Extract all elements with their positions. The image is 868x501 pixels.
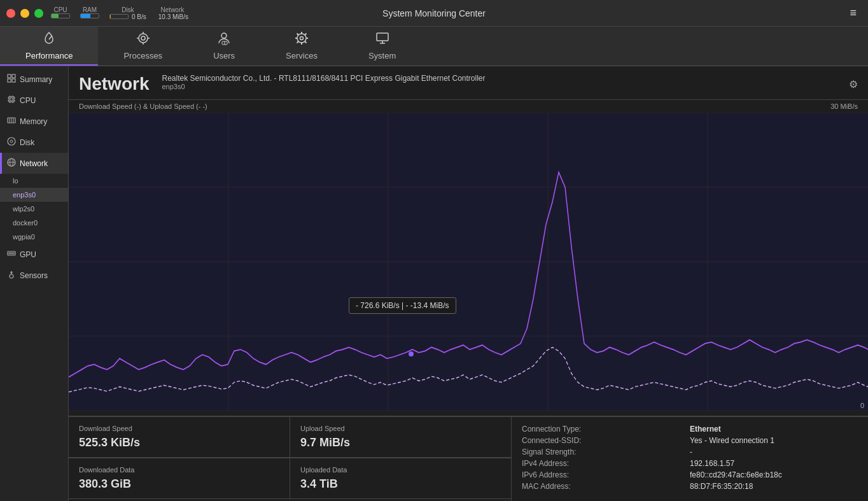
svg-point-50 — [10, 274, 13, 278]
menu-button[interactable]: ≡ — [844, 4, 862, 22]
svg-point-41 — [8, 138, 15, 145]
svg-point-42 — [10, 140, 13, 143]
conn-ipv4-key: IPv4 Address: — [522, 459, 605, 468]
sidebar-subitem-enp3s0[interactable]: enp3s0 — [0, 188, 68, 202]
svg-rect-20 — [377, 33, 388, 41]
sidebar-item-memory[interactable]: Memory — [0, 111, 68, 132]
conn-ipv4-row: IPv4 Address: — [522, 459, 690, 468]
connection-keys: Connection Type: Connected-SSID: Signal … — [522, 425, 690, 493]
svg-rect-23 — [8, 74, 11, 78]
svg-point-11 — [300, 36, 304, 39]
chart-title: Download Speed (-) & Upload Speed (- -) — [79, 102, 207, 110]
tab-services-label: Services — [286, 51, 318, 60]
sidebar-cpu-label: CPU — [20, 96, 36, 105]
network-settings-icon[interactable]: ⚙ — [849, 78, 858, 90]
conn-ssid-row: Connected-SSID: — [522, 436, 690, 445]
disk-val: 0 B/s — [132, 13, 146, 20]
sidebar: Summary CPU — [0, 66, 69, 501]
sidebar-item-summary[interactable]: Summary — [0, 69, 68, 90]
services-icon — [295, 31, 309, 48]
sidebar-subitem-docker0[interactable]: docker0 — [0, 216, 68, 230]
connection-info-section: Connection Type: Connected-SSID: Signal … — [512, 417, 868, 501]
speed-stats: Download Speed 525.3 KiB/s Upload Speed … — [69, 417, 512, 501]
upload-speed-val: 9.7 MiB/s — [300, 436, 501, 449]
sidebar-item-disk[interactable]: Disk — [0, 132, 68, 153]
conn-signal-val-row: - — [690, 448, 858, 456]
svg-rect-49 — [13, 253, 14, 254]
tab-users[interactable]: Users — [188, 27, 260, 66]
conn-ipv6-row: IPv6 Address: — [522, 470, 690, 479]
window-controls — [6, 9, 43, 18]
sidebar-item-sensors[interactable]: Sensors — [0, 265, 68, 286]
svg-rect-27 — [9, 97, 14, 102]
downloaded-data-cell: Downloaded Data 380.3 GiB — [69, 458, 290, 499]
sensors-icon — [7, 270, 16, 281]
conn-ssid-val: Yes - Wired connection 1 — [690, 436, 774, 445]
network-title-group: Network Realtek Semiconductor Co., Ltd. … — [79, 74, 486, 94]
conn-ssid-key: Connected-SSID: — [522, 436, 605, 445]
conn-ipv6-key: IPv6 Address: — [522, 470, 605, 479]
memory-icon — [7, 116, 16, 127]
download-speed-val: 525.3 KiB/s — [79, 436, 279, 449]
conn-type-val-row: Ethernet — [690, 425, 858, 434]
conn-type-val: Ethernet — [690, 425, 721, 434]
gpu-icon — [7, 249, 16, 260]
device-name: Realtek Semiconductor Co., Ltd. - RTL811… — [162, 74, 485, 83]
uploaded-data-label: Uploaded Data — [300, 466, 501, 474]
content-area: Network Realtek Semiconductor Co., Ltd. … — [69, 66, 868, 501]
chart-labels-top: Download Speed (-) & Upload Speed (- -) … — [69, 100, 868, 113]
sidebar-item-network[interactable]: Network — [0, 153, 68, 174]
maximize-button[interactable] — [34, 9, 43, 18]
chart-wrap: - 726.6 KiB/s | - -13.4 MiB/s 0 — [69, 113, 868, 411]
minimize-button[interactable] — [20, 9, 29, 18]
conn-signal-val: - — [690, 448, 692, 456]
conn-mac-val: 88:D7:F6:35:20:18 — [690, 482, 753, 491]
sidebar-item-cpu[interactable]: CPU — [0, 90, 68, 111]
tab-performance-label: Performance — [25, 51, 73, 60]
conn-mac-key: MAC Address: — [522, 482, 605, 491]
download-speed-cell: Download Speed 525.3 KiB/s — [69, 417, 290, 458]
sidebar-memory-label: Memory — [20, 117, 47, 126]
svg-line-0 — [49, 36, 52, 39]
conn-signal-row: Signal Strength: — [522, 448, 690, 456]
network-header: Network Realtek Semiconductor Co., Ltd. … — [69, 66, 868, 100]
svg-point-2 — [141, 36, 145, 40]
tab-services[interactable]: Services — [260, 27, 343, 66]
sidebar-item-gpu[interactable]: GPU — [0, 244, 68, 265]
tab-users-label: Users — [213, 51, 235, 60]
device-interface: enp3s0 — [162, 83, 485, 90]
conn-type-row: Connection Type: — [522, 425, 690, 434]
svg-line-19 — [297, 41, 298, 43]
uploaded-data-val: 3.4 TiB — [300, 477, 501, 491]
disk-label: Disk — [122, 6, 134, 13]
conn-ipv4-val-row: 192.168.1.57 — [690, 459, 858, 468]
sidebar-subitem-wlp2s0[interactable]: wlp2s0 — [0, 202, 68, 216]
cpu-sidebar-icon — [7, 95, 16, 106]
disk-sidebar-icon — [7, 137, 16, 148]
sidebar-summary-label: Summary — [20, 75, 52, 84]
network-chart — [69, 113, 868, 411]
system-icon — [375, 31, 389, 48]
conn-type-key: Connection Type: — [522, 425, 605, 434]
titlebar: CPU RAM Disk 0 B/s Network 10.3 MiB/s Sy… — [0, 0, 868, 27]
tab-performance[interactable]: Performance — [0, 27, 98, 66]
sidebar-sensors-label: Sensors — [20, 271, 48, 280]
upload-speed-label: Upload Speed — [300, 425, 501, 432]
upload-speed-cell: Upload Speed 9.7 MiB/s — [290, 417, 511, 458]
network-device-info: Realtek Semiconductor Co., Ltd. - RTL811… — [162, 74, 485, 90]
conn-ipv6-val-row: fe80::cd29:47ac:6e8e:b18c — [690, 470, 858, 479]
conn-ssid-val-row: Yes - Wired connection 1 — [690, 436, 858, 445]
close-button[interactable] — [6, 9, 15, 18]
svg-point-10 — [297, 34, 306, 43]
svg-rect-26 — [12, 79, 15, 82]
sidebar-subitem-lo[interactable]: lo — [0, 174, 68, 188]
download-speed-label: Download Speed — [79, 425, 279, 432]
tab-processes[interactable]: Processes — [98, 27, 188, 66]
conn-ipv6-val: fe80::cd29:47ac:6e8e:b18c — [690, 470, 782, 479]
tab-system-label: System — [368, 51, 396, 60]
svg-point-1 — [139, 34, 148, 43]
disk-indicator: Disk 0 B/s — [109, 6, 146, 20]
tab-system[interactable]: System — [343, 27, 421, 66]
sidebar-gpu-label: GPU — [20, 250, 36, 259]
sidebar-subitem-wgpia0[interactable]: wgpia0 — [0, 230, 68, 244]
